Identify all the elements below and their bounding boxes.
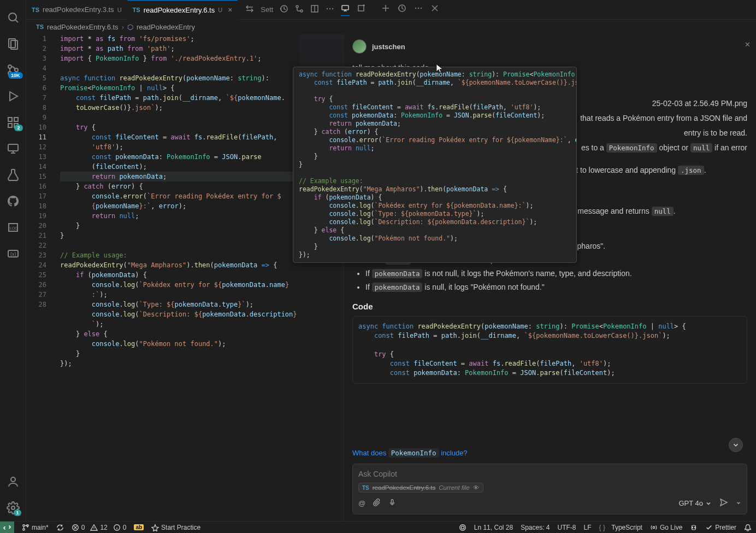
svg-line-1 bbox=[15, 20, 17, 22]
svg-rect-8 bbox=[8, 118, 12, 121]
branch-indicator[interactable]: main* bbox=[22, 524, 49, 531]
more-icon[interactable] bbox=[326, 4, 334, 15]
explorer-icon[interactable] bbox=[0, 31, 26, 57]
close-panel-icon[interactable] bbox=[430, 4, 439, 16]
breadcrumb-file: readPokedexEntry.6.ts bbox=[47, 23, 119, 31]
remote-indicator[interactable] bbox=[0, 522, 14, 534]
svg-point-0 bbox=[9, 13, 16, 21]
tab-filename: readPokedexEntry.6.ts bbox=[144, 6, 215, 14]
chat-toggle-icon[interactable] bbox=[341, 4, 350, 16]
hover-preview-tooltip: async function readPokedexEntry(pokemonN… bbox=[293, 67, 577, 263]
avatar bbox=[352, 39, 367, 54]
close-icon[interactable]: × bbox=[228, 5, 232, 14]
suggestion-link[interactable]: What does PokemonInfo include? bbox=[344, 447, 756, 459]
new-chat-icon[interactable] bbox=[357, 4, 366, 16]
split-icon[interactable] bbox=[310, 4, 319, 15]
settings-compare-icon[interactable] bbox=[245, 4, 254, 15]
history-icon[interactable] bbox=[280, 4, 288, 15]
list-item: If pokemonData is not null, it logs the … bbox=[365, 268, 747, 279]
more-icon[interactable] bbox=[414, 4, 423, 16]
svg-point-29 bbox=[332, 8, 333, 9]
close-icon[interactable]: ✕ bbox=[745, 40, 751, 49]
svg-rect-12 bbox=[8, 144, 18, 151]
tab-file-1[interactable]: TS readPokedexEntry.3.ts U bbox=[26, 0, 127, 20]
code-block[interactable]: async function readPokedexEntry(pokemonN… bbox=[352, 316, 747, 384]
vars-icon[interactable]: (x) bbox=[0, 241, 26, 267]
svg-point-51 bbox=[461, 526, 464, 529]
send-icon[interactable] bbox=[719, 498, 728, 508]
indentation[interactable]: Spaces: 4 bbox=[521, 524, 550, 531]
svg-rect-40 bbox=[391, 500, 393, 503]
scroll-down-icon[interactable] bbox=[729, 438, 743, 452]
svg-text:(x): (x) bbox=[10, 251, 16, 257]
model-picker[interactable]: GPT 4o bbox=[678, 499, 712, 507]
prettier-status[interactable]: Prettier bbox=[705, 524, 736, 531]
attach-icon[interactable] bbox=[373, 499, 381, 508]
svg-point-42 bbox=[23, 528, 25, 530]
typescript-icon: TS bbox=[133, 7, 140, 13]
send-menu-icon[interactable] bbox=[736, 499, 741, 507]
copilot-status[interactable] bbox=[690, 524, 698, 531]
tab-status: U bbox=[117, 7, 122, 13]
svg-point-41 bbox=[23, 524, 25, 526]
history-icon[interactable] bbox=[398, 4, 406, 16]
eol[interactable]: LF bbox=[584, 524, 592, 531]
svg-point-53 bbox=[653, 526, 655, 529]
breadcrumb-symbol: readPokedexEntry bbox=[137, 23, 195, 31]
chat-placeholder: Ask Copilot bbox=[358, 470, 741, 478]
chat-username: justschen bbox=[372, 43, 405, 51]
plus-icon[interactable] bbox=[381, 4, 390, 16]
language-mode[interactable]: { } TypeScript bbox=[599, 524, 642, 531]
mention-icon[interactable]: @ bbox=[358, 499, 365, 507]
extensions-badge: 2 bbox=[14, 125, 22, 131]
svg-point-24 bbox=[300, 10, 303, 12]
port-forward-icon[interactable] bbox=[459, 524, 466, 531]
svg-point-36 bbox=[418, 7, 419, 8]
tab-file-2[interactable]: TS readPokedexEntry.6.ts U × bbox=[127, 0, 238, 20]
ab-indicator[interactable]: ab bbox=[134, 524, 144, 530]
context-hint: Current file bbox=[439, 484, 469, 491]
notifications-icon[interactable] bbox=[744, 524, 752, 531]
editor-tabs: TS readPokedexEntry.3.ts U TS readPokede… bbox=[26, 0, 756, 20]
sync-indicator[interactable] bbox=[56, 524, 64, 531]
mouse-cursor bbox=[435, 63, 445, 75]
svg-point-28 bbox=[329, 8, 330, 9]
encoding[interactable]: UTF-8 bbox=[558, 524, 576, 531]
svg-text:LOG: LOG bbox=[10, 226, 18, 230]
search-icon[interactable] bbox=[0, 4, 26, 31]
breadcrumb[interactable]: TS readPokedexEntry.6.ts › ⬡ readPokedex… bbox=[26, 20, 756, 34]
svg-point-27 bbox=[327, 8, 328, 9]
typescript-icon: TS bbox=[32, 7, 39, 13]
github-icon[interactable] bbox=[0, 188, 26, 214]
symbol-icon: ⬡ bbox=[127, 23, 133, 31]
problems-indicator[interactable]: 0 12 0 bbox=[72, 524, 127, 531]
remote-icon[interactable] bbox=[0, 136, 26, 162]
chat-input[interactable]: Ask Copilot TS readPokedexEntry.6.ts Cur… bbox=[352, 464, 747, 514]
svg-point-20 bbox=[11, 477, 15, 482]
go-live[interactable]: Go Live bbox=[650, 524, 682, 531]
account-icon[interactable] bbox=[0, 468, 26, 495]
svg-rect-10 bbox=[8, 124, 12, 127]
tab-filename: readPokedexEntry.3.ts bbox=[43, 5, 114, 14]
mic-icon[interactable] bbox=[388, 499, 396, 508]
chevron-right-icon: › bbox=[122, 23, 124, 31]
cursor-position[interactable]: Ln 11, Col 28 bbox=[474, 524, 513, 531]
log-icon[interactable]: LOG bbox=[0, 214, 26, 241]
svg-point-23 bbox=[296, 5, 298, 8]
svg-point-21 bbox=[11, 506, 15, 509]
context-chip[interactable]: TS readPokedexEntry.6.ts Current file 👁 bbox=[358, 483, 483, 493]
svg-rect-31 bbox=[358, 5, 364, 11]
diff-icon[interactable] bbox=[295, 4, 304, 15]
scm-icon[interactable]: 10K bbox=[0, 57, 26, 83]
eye-off-icon[interactable]: 👁 bbox=[473, 484, 480, 491]
svg-marker-7 bbox=[10, 92, 17, 101]
svg-point-52 bbox=[460, 524, 466, 530]
debug-icon[interactable] bbox=[0, 83, 26, 109]
settings-compare-label: Sett bbox=[261, 5, 273, 14]
start-practice[interactable]: Start Practice bbox=[151, 524, 200, 531]
line-gutter: 1234567891011121314151617181920212223242… bbox=[26, 34, 56, 309]
heading-code: Code bbox=[352, 301, 747, 313]
extensions-icon[interactable]: 2 bbox=[0, 109, 26, 136]
testing-icon[interactable] bbox=[0, 162, 26, 188]
settings-icon[interactable]: 1 bbox=[0, 495, 26, 521]
